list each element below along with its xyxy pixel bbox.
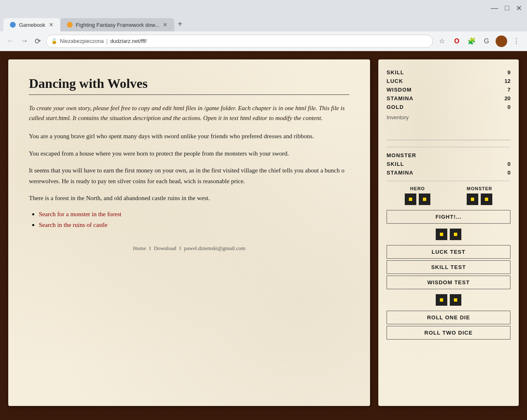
- maximize-button[interactable]: □: [505, 4, 509, 13]
- footer-sep-1: I: [149, 245, 151, 251]
- choice-2[interactable]: Search in the ruins of castle: [39, 221, 349, 229]
- section-divider-1: [387, 147, 510, 147]
- story-para-4: There is a forest in the North, and old …: [29, 193, 349, 204]
- story-divider: [29, 94, 349, 95]
- hero-die-1: [405, 193, 416, 205]
- footer-download-link[interactable]: Download: [154, 245, 176, 251]
- hero-die-2-pip: [423, 198, 426, 201]
- translate-button[interactable]: G: [481, 35, 492, 47]
- monster-dice-pair: [467, 193, 492, 205]
- monster-header: MONSTER: [387, 152, 510, 158]
- footer-sep-2: I: [179, 245, 181, 251]
- story-intro: To create your own story, please feel fr…: [29, 103, 349, 123]
- story-title: Dancing with Wolves: [29, 76, 349, 91]
- roll-die-2-pip: [454, 298, 457, 302]
- browser-chrome: — □ ✕ Gamebook ✕ Fighting Fantasy Framew…: [0, 0, 527, 51]
- fight-button[interactable]: FIGHT!...: [387, 210, 510, 224]
- title-bar-controls: — □ ✕: [491, 4, 522, 13]
- combat-dice-row: HERO MONSTER: [387, 186, 510, 205]
- monster-die-2: [481, 193, 492, 205]
- tab-close-gamebook[interactable]: ✕: [49, 21, 54, 28]
- wisdom-row: WISDOM 7: [387, 87, 510, 93]
- close-button[interactable]: ✕: [516, 4, 522, 13]
- monster-dice-label: MONSTER: [467, 186, 492, 191]
- story-para-2: You escaped from a house where you were …: [29, 149, 349, 159]
- opera-button[interactable]: O: [451, 35, 463, 47]
- forward-button[interactable]: →: [19, 35, 30, 47]
- skill-row: SKILL 9: [387, 69, 510, 76]
- tab-gamebook[interactable]: Gamebook ✕: [3, 18, 60, 31]
- url-bar[interactable]: 🔓 Niezabezpieczona | dudziarz.net/fff/: [46, 35, 433, 48]
- monster-skill-label: SKILL: [387, 161, 404, 167]
- main-content: Dancing with Wolves To create your own s…: [0, 51, 527, 414]
- wisdom-test-button[interactable]: WISDOM TEST: [387, 276, 510, 289]
- wisdom-label: WISDOM: [387, 87, 412, 93]
- back-button[interactable]: ←: [5, 35, 16, 47]
- luck-test-button[interactable]: LUCK TEST: [387, 245, 510, 259]
- roll-two-dice-button[interactable]: ROLL TWO DICE: [387, 326, 510, 340]
- inventory-label: Inventory: [387, 114, 408, 120]
- luck-row: LUCK 12: [387, 78, 510, 84]
- title-bar: — □ ✕: [0, 0, 527, 17]
- tab-bar: Gamebook ✕ Fighting Fantasy Framework do…: [0, 17, 527, 31]
- stamina-row: STAMINA 20: [387, 95, 510, 101]
- section-divider-2: [387, 181, 510, 181]
- roll-one-die-button[interactable]: ROLL ONE DIE: [387, 311, 510, 324]
- luck-label: LUCK: [387, 78, 403, 84]
- skill-value: 9: [508, 69, 510, 76]
- skill-test-button[interactable]: SKILL TEST: [387, 260, 510, 274]
- extensions-button[interactable]: 🧩: [466, 35, 477, 47]
- inventory-input[interactable]: [387, 124, 510, 140]
- tab-close-fighting-fantasy[interactable]: ✕: [163, 21, 168, 28]
- gold-label: GOLD: [387, 104, 404, 110]
- monster-skill-row: SKILL 0: [387, 161, 510, 167]
- inventory-row: Inventory: [387, 113, 510, 121]
- tab-icon-gamebook: [10, 22, 16, 28]
- hero-dice-pair: [405, 193, 430, 205]
- roll-die-2: [450, 294, 461, 306]
- bookmark-button[interactable]: ☆: [436, 35, 448, 47]
- security-icon: 🔓: [51, 38, 57, 44]
- monster-dice-group: MONSTER: [467, 186, 492, 205]
- hero-dice-group: HERO: [405, 186, 430, 205]
- security-label: Niezabezpieczona: [60, 38, 104, 44]
- story-footer: Home I Download I pawel.dziemski@gmail.c…: [29, 245, 349, 252]
- tab-fighting-fantasy[interactable]: Fighting Fantasy Framework dow... ✕: [60, 18, 174, 31]
- monster-stamina-label: STAMINA: [387, 170, 413, 176]
- tab-label-fighting-fantasy: Fighting Fantasy Framework dow...: [76, 22, 159, 28]
- roll-die-1-pip: [440, 298, 443, 302]
- tab-icon-fighting-fantasy: [67, 22, 73, 28]
- url-separator: |: [106, 38, 108, 45]
- story-panel: Dancing with Wolves To create your own s…: [8, 59, 370, 406]
- test-die-1: [436, 229, 447, 240]
- choice-1[interactable]: Search for a monster in the forest: [39, 210, 349, 218]
- hero-die-1-pip: [409, 198, 412, 201]
- avatar[interactable]: [496, 35, 507, 47]
- reload-button[interactable]: ⟳: [33, 35, 43, 47]
- address-bar: ← → ⟳ 🔓 Niezabezpieczona | dudziarz.net/…: [0, 31, 527, 51]
- gold-row: GOLD 0: [387, 104, 510, 110]
- monster-die-1-pip: [471, 198, 474, 201]
- hero-die-2: [419, 193, 430, 205]
- stats-panel: SKILL 9 LUCK 12 WISDOM 7 STAMINA 20 GOLD…: [378, 59, 519, 406]
- monster-skill-value: 0: [508, 161, 510, 167]
- story-para-1: You are a young brave girl who spent man…: [29, 131, 349, 142]
- test-die-2-pip: [454, 233, 457, 236]
- minimize-button[interactable]: —: [491, 4, 498, 13]
- gold-value: 0: [508, 104, 510, 110]
- choice-2-link[interactable]: Search in the ruins of castle: [39, 222, 107, 228]
- monster-stamina-value: 0: [508, 170, 510, 176]
- url-text: dudziarz.net/fff/: [110, 38, 147, 44]
- footer-email-link[interactable]: pawel.dziemski@gmail.com: [184, 245, 245, 251]
- browser-actions: ☆ O 🧩 G ⋮: [436, 35, 522, 47]
- footer-home-link[interactable]: Home: [133, 245, 146, 251]
- stamina-value: 20: [505, 95, 510, 101]
- new-tab-button[interactable]: +: [174, 18, 186, 31]
- tab-label-gamebook: Gamebook: [19, 22, 45, 28]
- menu-button[interactable]: ⋮: [510, 35, 522, 47]
- story-para-3: It seems that you will have to earn the …: [29, 165, 349, 186]
- choice-1-link[interactable]: Search for a monster in the forest: [39, 211, 121, 217]
- monster-stamina-row: STAMINA 0: [387, 170, 510, 176]
- monster-die-2-pip: [485, 198, 488, 201]
- stamina-label: STAMINA: [387, 95, 413, 101]
